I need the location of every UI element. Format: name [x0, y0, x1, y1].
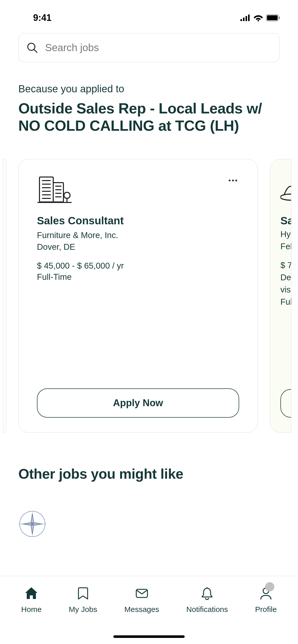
- job-cards-carousel[interactable]: Sales Consultant Furniture & More, Inc. …: [3, 159, 295, 433]
- cellular-signal-icon: [240, 14, 251, 21]
- svg-rect-6: [267, 15, 278, 20]
- battery-icon: [266, 14, 280, 21]
- job-location: Dover, DE: [37, 242, 239, 252]
- other-jobs-title: Other jobs you might like: [18, 466, 280, 482]
- svg-point-4: [258, 20, 259, 21]
- next-apply-button[interactable]: [280, 389, 291, 418]
- tab-home[interactable]: Home: [21, 586, 42, 614]
- job-card-more-button[interactable]: [227, 175, 239, 185]
- tab-label: Notifications: [186, 605, 228, 614]
- status-time: 9:41: [33, 12, 51, 23]
- job-type: Full-Time: [37, 272, 239, 282]
- compass-logo-icon: [18, 510, 46, 538]
- next-company-logo-icon: [280, 175, 291, 203]
- reason-label: Because you applied to: [18, 83, 280, 95]
- home-icon: [24, 586, 38, 601]
- next-job-title: Sa: [280, 215, 291, 227]
- other-jobs-section: Other jobs you might like: [18, 466, 280, 539]
- bell-icon: [200, 586, 214, 601]
- tab-label: Messages: [124, 605, 159, 614]
- job-company: Furniture & More, Inc.: [37, 230, 239, 240]
- svg-point-25: [280, 194, 291, 200]
- previous-card-peek[interactable]: [3, 159, 6, 433]
- tab-label: Profile: [255, 605, 277, 614]
- svg-line-9: [34, 50, 37, 52]
- reason-title: Outside Sales Rep - Local Leads w/ NO CO…: [18, 100, 280, 135]
- svg-rect-3: [248, 14, 250, 21]
- svg-point-22: [64, 192, 70, 198]
- company-building-icon: [37, 175, 73, 203]
- status-bar: 9:41: [0, 0, 298, 28]
- next-job-line: Fel: [280, 242, 291, 251]
- next-job-line: Hy: [280, 229, 291, 239]
- svg-rect-7: [279, 17, 280, 19]
- recommendation-reason: Because you applied to Outside Sales Rep…: [18, 83, 280, 135]
- next-job-line: vis: [280, 285, 291, 295]
- search-icon: [27, 42, 38, 53]
- tab-messages[interactable]: Messages: [124, 586, 159, 614]
- tab-notifications[interactable]: Notifications: [186, 586, 228, 614]
- next-job-line: De: [280, 273, 291, 282]
- svg-rect-17: [53, 183, 63, 202]
- bookmark-icon: [76, 586, 90, 601]
- tab-profile[interactable]: Profile: [255, 586, 277, 614]
- next-card-peek[interactable]: Sa Hy Fel $ 7 De vis Ful: [270, 159, 291, 433]
- tab-label: My Jobs: [69, 605, 97, 614]
- tab-label: Home: [21, 605, 42, 614]
- wifi-icon: [254, 14, 263, 21]
- next-job-line: Ful: [280, 297, 291, 307]
- bottom-tab-bar: Home My Jobs Messages Notifications Prof…: [0, 576, 298, 644]
- tab-my-jobs[interactable]: My Jobs: [69, 586, 97, 614]
- search-box[interactable]: [18, 33, 280, 62]
- status-icons: [240, 14, 280, 21]
- notification-dot-icon: [265, 582, 274, 591]
- mail-icon: [135, 586, 149, 601]
- job-card[interactable]: Sales Consultant Furniture & More, Inc. …: [18, 159, 258, 433]
- svg-rect-2: [246, 16, 247, 21]
- home-indicator[interactable]: [113, 635, 185, 638]
- job-salary: $ 45,000 - $ 65,000 / yr: [37, 261, 239, 271]
- apply-button[interactable]: Apply Now: [37, 388, 239, 418]
- svg-rect-1: [243, 18, 245, 21]
- svg-rect-0: [240, 19, 242, 21]
- job-title: Sales Consultant: [37, 215, 239, 227]
- search-input[interactable]: [45, 42, 271, 53]
- next-job-salary: $ 7: [280, 260, 291, 270]
